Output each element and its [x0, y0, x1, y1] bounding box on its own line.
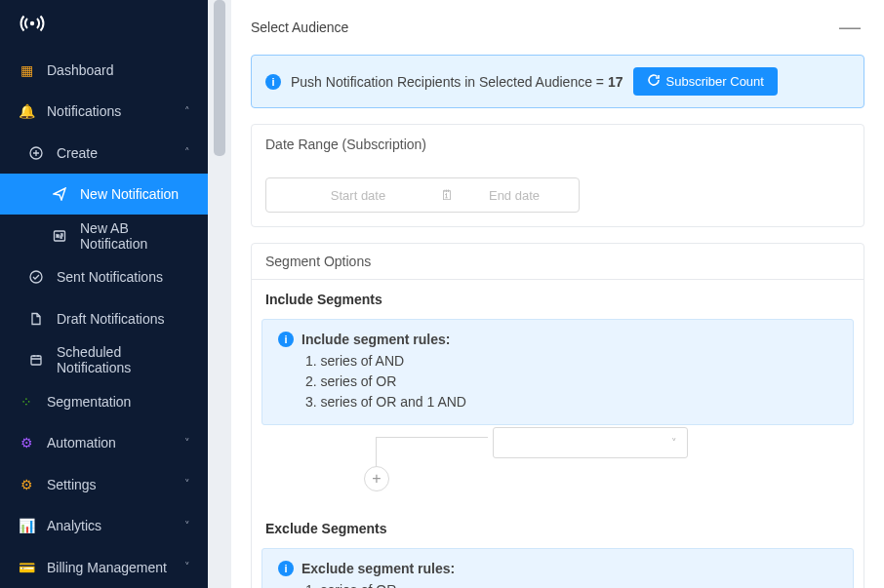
date-range-picker[interactable]: 🗓 🗓 [265, 177, 580, 213]
subscriber-count-label: Subscriber Count [666, 74, 764, 89]
sidebar-item-scheduled-notifications[interactable]: Scheduled Notifications [0, 339, 208, 381]
sidebar-item-label: Billing Management [47, 560, 184, 575]
info-icon: i [265, 74, 281, 90]
chevron-up-icon: ˄ [184, 105, 190, 118]
recipient-text-prefix: Push Notification Recipients in Selected… [291, 74, 608, 90]
sidebar-item-label: Draft Notifications [57, 311, 190, 327]
svg-rect-2 [55, 231, 65, 241]
exclude-rules-heading: Exclude segment rules: [301, 561, 455, 576]
sidebar-item-new-ab-notification[interactable]: New AB Notification [0, 215, 208, 256]
brand-logo [0, 0, 208, 49]
analytics-icon: 📊 [18, 518, 35, 533]
scrollbar-thumb[interactable] [214, 0, 225, 156]
sidebar: ▦ Dashboard 🔔 Notifications ˄ Create ˄ N… [0, 0, 208, 588]
plus-circle-icon [27, 146, 45, 160]
chevron-down-icon: ˅ [184, 437, 190, 450]
info-icon: i [278, 561, 294, 576]
sidebar-item-label: Sent Notifications [57, 269, 190, 285]
sidebar-item-label: Automation [47, 435, 184, 451]
exclude-rules-box: i Exclude segment rules: 1. series of OR [261, 548, 854, 588]
calendar-icon [27, 353, 45, 367]
recipient-banner: i Push Notification Recipients in Select… [251, 55, 864, 108]
sidebar-item-label: Settings [47, 477, 184, 492]
include-rules-heading: Include segment rules: [301, 332, 450, 347]
chevron-down-icon: ˅ [671, 437, 677, 450]
sidebar-item-new-notification[interactable]: New Notification [0, 174, 208, 216]
sidebar-item-label: Notifications [47, 103, 184, 119]
sidebar-item-analytics[interactable]: 📊 Analytics ˅ [0, 505, 208, 547]
date-range-card: Date Range (Subscription) 🗓 🗓 [251, 124, 864, 227]
sidebar-item-dashboard[interactable]: ▦ Dashboard [0, 49, 208, 91]
bell-icon: 🔔 [18, 103, 35, 119]
list-item: 1. series of AND [305, 351, 837, 372]
segmentation-icon: ⁘ [18, 394, 35, 410]
sidebar-item-sent-notifications[interactable]: Sent Notifications [0, 256, 208, 298]
sidebar-item-segmentation[interactable]: ⁘ Segmentation [0, 380, 208, 422]
send-icon [51, 187, 68, 201]
start-date-input[interactable] [276, 188, 440, 203]
broadcast-icon [20, 14, 45, 36]
document-icon [27, 312, 45, 326]
collapse-button[interactable]: — [835, 15, 864, 40]
connector-line [376, 437, 488, 439]
check-circle-icon [27, 270, 45, 284]
chevron-down-icon: ˅ [184, 520, 190, 532]
subscriber-count-button[interactable]: Subscriber Count [633, 67, 778, 96]
billing-icon: 💳 [18, 560, 35, 575]
segment-builder: ˅ + [261, 437, 854, 505]
svg-rect-4 [31, 356, 41, 365]
date-range-title: Date Range (Subscription) [252, 125, 864, 164]
dashboard-icon: ▦ [18, 62, 35, 78]
segment-options-card: Segment Options Include Segments i Inclu… [251, 243, 864, 588]
svg-point-0 [30, 20, 34, 24]
sidebar-item-notifications[interactable]: 🔔 Notifications ˄ [0, 91, 208, 133]
sidebar-item-label: Create [57, 145, 184, 161]
page-title: Select Audience [251, 20, 835, 35]
include-segment-select[interactable]: ˅ [493, 427, 688, 458]
ab-test-icon [51, 229, 68, 243]
segment-options-title: Segment Options [252, 244, 864, 280]
sidebar-item-billing[interactable]: 💳 Billing Management ˅ [0, 546, 208, 588]
include-segments-title: Include Segments [252, 280, 864, 315]
scrollbar-track[interactable] [208, 0, 231, 588]
sidebar-item-label: Segmentation [47, 394, 190, 410]
section-header: Select Audience — [251, 14, 864, 41]
list-item: 2. series of OR [305, 372, 837, 392]
automation-icon: ⚙ [18, 435, 35, 451]
chevron-up-icon: ˄ [184, 146, 190, 159]
sidebar-item-label: Scheduled Notifications [57, 344, 190, 375]
sidebar-item-create[interactable]: Create ˄ [0, 132, 208, 174]
recipient-count-text: Push Notification Recipients in Selected… [291, 74, 623, 90]
main: Select Audience — i Push Notification Re… [208, 0, 884, 588]
include-rules-box: i Include segment rules: 1. series of AN… [261, 319, 854, 425]
sidebar-item-label: Dashboard [47, 62, 190, 78]
exclude-segments-title: Exclude Segments [252, 509, 864, 544]
chevron-down-icon: ˅ [184, 561, 190, 573]
sidebar-item-label: Analytics [47, 518, 184, 533]
end-date-input[interactable] [432, 188, 580, 203]
content: Select Audience — i Push Notification Re… [231, 0, 884, 588]
list-item: 1. series of OR [305, 580, 837, 588]
sidebar-item-label: New Notification [80, 186, 190, 202]
sidebar-item-label: New AB Notification [80, 220, 190, 252]
list-item: 3. series of OR and 1 AND [305, 392, 837, 412]
recipient-count-value: 17 [608, 74, 623, 90]
svg-point-3 [30, 271, 42, 283]
refresh-icon [647, 73, 661, 90]
chevron-down-icon: ˅ [184, 478, 190, 490]
add-segment-button[interactable]: + [364, 466, 389, 491]
gear-icon: ⚙ [18, 477, 35, 492]
sidebar-item-automation[interactable]: ⚙ Automation ˅ [0, 422, 208, 464]
sidebar-item-draft-notifications[interactable]: Draft Notifications [0, 297, 208, 339]
sidebar-item-settings[interactable]: ⚙ Settings ˅ [0, 463, 208, 505]
info-icon: i [278, 332, 294, 347]
